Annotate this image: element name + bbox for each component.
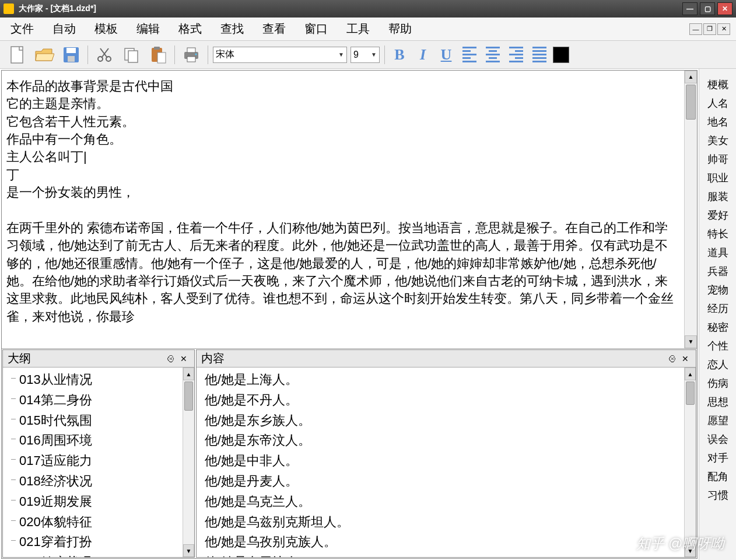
content-scrollbar[interactable]: ▲ ▼ (684, 368, 696, 557)
content-item[interactable]: 他/她是东帝汶人。 (197, 430, 681, 451)
minimize-button[interactable]: — (682, 2, 698, 15)
menu-format[interactable]: 格式 (174, 19, 206, 39)
print-button[interactable] (180, 43, 203, 66)
outline-item[interactable]: 020体貌特征 (3, 512, 179, 533)
chevron-down-icon: ▼ (371, 51, 377, 58)
menu-find[interactable]: 查找 (216, 19, 248, 39)
sidebar-item[interactable]: 美女 (704, 133, 732, 148)
sidebar-item[interactable]: 个性 (704, 338, 732, 354)
content-item[interactable]: 他/她是不丹人。 (197, 390, 681, 411)
editor-line: 作品中有一个角色。 (6, 131, 679, 148)
sidebar-item[interactable]: 梗概 (704, 77, 732, 92)
content-item[interactable]: 他/她是东乡族人。 (197, 411, 681, 431)
sidebar-item[interactable]: 宠物 (704, 282, 732, 298)
menu-view[interactable]: 查看 (258, 19, 290, 39)
cut-button[interactable] (93, 43, 116, 66)
align-center-button[interactable] (483, 45, 503, 65)
content-panel-header: 内容 ⮾ ✕ (197, 350, 696, 368)
color-picker-button[interactable] (553, 47, 569, 63)
outline-item[interactable]: 019近期发展 (3, 492, 179, 512)
sidebar-item[interactable]: 习惯 (704, 488, 732, 503)
outline-item[interactable]: 015时代氛围 (3, 411, 179, 431)
content-item[interactable]: 他/她是乌克兰人。 (197, 492, 681, 512)
scroll-down-icon[interactable]: ▼ (183, 544, 194, 557)
sidebar-item[interactable]: 帅哥 (704, 152, 732, 167)
outline-item[interactable]: 013从业情况 (3, 370, 179, 390)
content-item[interactable]: 他/她是乌兹别克斯坦人。 (197, 512, 681, 533)
open-file-button[interactable] (33, 43, 56, 66)
outline-item[interactable]: 016周围环境 (3, 430, 179, 451)
editor-scrollbar[interactable]: ▲ ▼ (684, 71, 697, 348)
outline-item[interactable]: 014第二身份 (3, 390, 179, 411)
sidebar-item[interactable]: 恋人 (704, 357, 732, 372)
sidebar-item[interactable]: 伤病 (704, 376, 732, 391)
scroll-thumb[interactable] (686, 85, 696, 120)
sidebar-item[interactable]: 道具 (704, 245, 732, 260)
scroll-up-icon[interactable]: ▲ (183, 368, 194, 380)
menu-template[interactable]: 模板 (90, 19, 122, 39)
menu-file[interactable]: 文件 (6, 19, 38, 39)
menu-tools[interactable]: 工具 (342, 19, 374, 39)
scroll-up-icon[interactable]: ▲ (685, 368, 696, 380)
mdi-close-button[interactable]: ✕ (717, 23, 730, 35)
sidebar-item[interactable]: 职业 (704, 170, 732, 186)
content-item[interactable]: 他/她是上海人。 (197, 370, 681, 390)
content-list[interactable]: 他/她是上海人。 他/她是不丹人。 他/她是东乡族人。 他/她是东帝汶人。 他/… (197, 368, 696, 557)
menu-edit[interactable]: 编辑 (132, 19, 164, 39)
align-left-button[interactable] (460, 45, 479, 65)
scroll-thumb[interactable] (686, 382, 695, 405)
panel-close-button[interactable]: ✕ (178, 353, 190, 365)
italic-button[interactable]: I (413, 45, 433, 65)
sidebar-item[interactable]: 误会 (704, 432, 732, 447)
bold-button[interactable]: B (390, 45, 409, 65)
mdi-restore-button[interactable]: ❐ (703, 23, 716, 35)
editor-textarea[interactable]: 本作品的故事背景是古代中国 它的主题是亲情。 它包含若干人性元素。 作品中有一个… (2, 71, 697, 348)
underline-button[interactable]: U (436, 45, 456, 65)
outline-item[interactable]: 018经济状况 (3, 471, 179, 492)
align-justify-button[interactable] (530, 45, 549, 65)
outline-scrollbar[interactable]: ▲ ▼ (183, 368, 194, 557)
outline-item[interactable]: 017适应能力 (3, 451, 179, 471)
font-size-select[interactable]: 9 ▼ (351, 47, 380, 63)
paste-button[interactable] (146, 43, 170, 66)
outline-item[interactable]: 021穿着打扮 (3, 532, 179, 552)
sidebar-item[interactable]: 地名 (704, 114, 732, 130)
sidebar-item[interactable]: 兵器 (704, 264, 732, 279)
sidebar-item[interactable]: 配角 (704, 469, 732, 484)
sidebar-item[interactable]: 人名 (704, 96, 732, 111)
scroll-thumb[interactable] (184, 382, 193, 411)
sidebar-item[interactable]: 服装 (704, 189, 732, 204)
svg-rect-2 (66, 48, 76, 53)
align-right-button[interactable] (506, 45, 526, 65)
scroll-down-icon[interactable]: ▼ (685, 544, 696, 557)
copy-button[interactable] (120, 43, 143, 66)
sidebar-item[interactable]: 特长 (704, 226, 732, 242)
sidebar-item[interactable]: 思想 (704, 394, 732, 410)
close-button[interactable]: ✕ (717, 2, 733, 15)
mdi-minimize-button[interactable]: — (689, 23, 702, 35)
content-item[interactable]: 他/她是丹麦人。 (197, 471, 681, 492)
sidebar-item[interactable]: 爱好 (704, 208, 732, 223)
content-item[interactable]: 他/她是乌干达人。 (197, 552, 681, 557)
scroll-down-icon[interactable]: ▼ (685, 335, 697, 348)
save-button[interactable] (59, 43, 83, 66)
font-family-select[interactable]: 宋体 ▼ (213, 47, 347, 63)
outline-panel: 大纲 ⮾ ✕ 013从业情况 014第二身份 015时代氛围 016周围环境 0… (2, 349, 195, 558)
panel-close-button[interactable]: ✕ (679, 353, 691, 365)
outline-tree[interactable]: 013从业情况 014第二身份 015时代氛围 016周围环境 017适应能力 … (3, 368, 194, 557)
maximize-button[interactable]: ▢ (700, 2, 715, 15)
new-file-button[interactable] (6, 43, 29, 66)
sidebar-item[interactable]: 愿望 (704, 413, 732, 428)
panel-pin-button[interactable]: ⮾ (165, 353, 177, 365)
panel-pin-button[interactable]: ⮾ (667, 353, 678, 365)
sidebar-item[interactable]: 秘密 (704, 320, 732, 335)
menu-auto[interactable]: 自动 (48, 19, 80, 39)
content-item[interactable]: 他/她是中非人。 (197, 451, 681, 471)
sidebar-item[interactable]: 经历 (704, 301, 732, 316)
outline-item[interactable]: 022健康状况 (3, 552, 179, 557)
menu-help[interactable]: 帮助 (384, 19, 416, 39)
menu-window[interactable]: 窗口 (300, 19, 332, 39)
sidebar-item[interactable]: 对手 (704, 450, 732, 466)
content-item[interactable]: 他/她是乌孜别克族人。 (197, 532, 681, 552)
scroll-up-icon[interactable]: ▲ (685, 71, 697, 83)
